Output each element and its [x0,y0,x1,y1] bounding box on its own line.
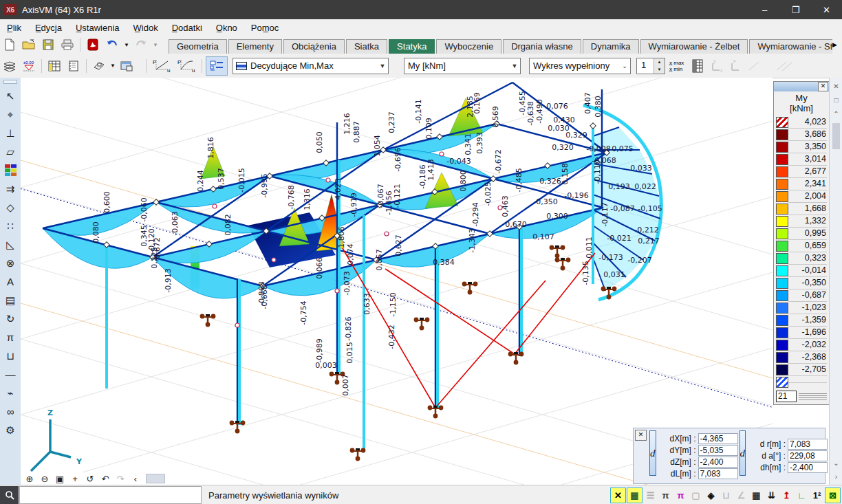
report-maker-icon[interactable] [65,58,83,74]
legend-levels-count[interactable]: 21 [776,391,797,402]
dock-scroll-up-icon[interactable]: ⌃ [832,109,841,119]
layers-icon[interactable]: ▤ [1,291,19,309]
menu-item-widok[interactable]: W̲idok [127,21,165,35]
open-file-icon[interactable] [20,37,38,52]
search-input[interactable] [19,486,202,504]
render-icon[interactable]: ⌁ [1,384,19,402]
menu-item-dodatki[interactable]: D̲odatki [165,21,209,35]
menu-item-okno[interactable]: O̲kno [209,21,244,35]
axes-xy-icon[interactable]: ∟ [795,488,809,503]
coord-value[interactable]: 7,083 [788,439,828,450]
coord-value[interactable]: -5,035 [698,445,738,456]
linear-analysis-icon[interactable]: Pu [150,58,173,74]
delete-mode-icon[interactable]: ✕ [610,487,626,503]
arrows-down-icon[interactable]: ⇊ [764,488,779,503]
step-line-icon[interactable]: ⊔ [1,347,19,365]
parts-palette-icon[interactable] [1,161,19,179]
menu-item-pomoc[interactable]: Pom̲oc [244,21,285,35]
section-spinner[interactable]: 1 ▲ ▼ [636,58,665,74]
result-table-icon[interactable] [689,58,706,74]
coord-close-icon[interactable]: ✕ [635,430,647,441]
undo-dropdown-icon[interactable]: ▼ [122,37,131,52]
display-mode-combo[interactable]: Wykres wypełniony ⌄ [529,58,631,74]
views-axes-icon[interactable]: ⊥ [1,124,19,142]
nonlinear-analysis-icon[interactable]: Pu [175,58,198,74]
step-function-icon[interactable]: ⊔ [719,488,733,503]
redo-icon[interactable] [132,37,150,52]
tab-elementy[interactable]: Elementy [228,39,282,54]
new-file-icon[interactable] [1,37,19,52]
maximize-button[interactable]: ❐ [780,0,811,19]
view-toolbar-grip[interactable] [146,474,165,483]
menu-item-plik[interactable]: P̲lik [0,21,28,35]
redo-dropdown-icon[interactable]: ▼ [151,37,160,52]
toolbar-grip[interactable] [3,80,17,84]
window-lock-icon[interactable] [118,58,136,74]
pdf-export-icon[interactable] [84,37,102,52]
disabled-tool-icon[interactable]: — [1,365,19,384]
view-undo-icon[interactable]: ↶ [98,474,113,484]
view-redo-icon[interactable]: ↷ [113,474,128,484]
detail-icon[interactable]: ◺ [1,235,19,254]
dock-scroll-right-icon[interactable]: › [832,472,841,482]
library-dropdown-icon[interactable]: ▼ [109,58,116,74]
tab-wymiarowanie-elbet[interactable]: Wymiarowanie - Żelbet [640,39,748,54]
tab-statyka[interactable]: Statyka [389,39,435,54]
component-combo-arrow[interactable]: ▼ [509,63,520,69]
dock-scroll-down-icon[interactable]: ⌄ [832,459,841,468]
workbench-active-icon[interactable]: π [673,488,688,503]
material-library-icon[interactable] [90,58,108,74]
tab-drgania-w-asne[interactable]: Drgania własne [503,39,581,54]
save-icon[interactable] [39,37,57,52]
close-button[interactable]: ✕ [811,0,842,19]
exponent-format-icon[interactable]: 1² [810,488,824,503]
dock-float-icon[interactable]: □ [832,96,841,105]
tab-siatka[interactable]: Siatka [346,39,387,54]
layers-stack-icon[interactable] [1,58,19,74]
search-button[interactable] [0,486,19,504]
tab-wyboczenie[interactable]: Wyboczenie [436,39,501,54]
text-label-icon[interactable]: A [1,272,19,291]
workplanes-icon[interactable]: ▱ [1,142,19,161]
coord-value[interactable]: 7,083 [698,468,738,479]
zoom-tool-icon[interactable]: ⌖ [1,105,19,124]
coord-value[interactable]: -2,400 [698,457,738,468]
zoom-in-icon[interactable]: ⊕ [22,474,37,484]
model-canvas[interactable]: 0,6000,0800,345-0,120-0,060-0,063-0,6720… [21,78,773,485]
legend-close-icon[interactable]: ✕ [818,82,828,91]
geometry-diamond-icon[interactable]: ◈ [704,488,718,503]
glasses-icon[interactable]: ∞ [1,402,19,421]
dock-close-icon[interactable]: ✕ [832,82,841,91]
menu-item-ustawienia[interactable]: U̲stawienia [69,21,127,35]
dock-scroll-thumb[interactable] [832,123,840,149]
minimize-button[interactable]: – [749,0,780,19]
legend-title-bar[interactable]: ✕ [774,82,829,91]
transform-icon[interactable]: ◇ [1,198,19,217]
translate-icon[interactable]: ⇉ [1,179,19,198]
reaction-arrow-icon[interactable]: ↥ [779,488,794,503]
tab-dynamika[interactable]: Dynamika [583,39,639,54]
undo-icon[interactable] [103,37,121,52]
component-combo[interactable]: My [kNm] ▼ [404,58,521,74]
tab-obci-enia[interactable]: Obciążenia [283,39,345,54]
grid-cursor-icon[interactable]: ▦ [627,487,643,503]
selection-tool-icon[interactable]: ↖ [1,87,19,105]
node-snap-icon[interactable]: ∷ [1,217,19,235]
collapse-icon[interactable]: ‹ [128,474,143,484]
pan-icon[interactable]: + [67,474,83,484]
rotate-order-icon[interactable]: ↻ [1,309,19,328]
delta-button-2[interactable]: d [740,430,746,476]
workbench-icon[interactable]: π [658,488,673,503]
zoom-out-icon[interactable]: ⊖ [37,474,52,484]
table-rows-icon[interactable]: ☰ [643,488,658,503]
coord-value[interactable]: 229,08 [788,450,828,461]
tab-wymiarowanie-stal[interactable]: Wymiarowanie - Stal [749,39,832,54]
workbench-icon[interactable]: π [1,328,19,347]
spinner-up-icon[interactable]: ▲ [654,58,665,66]
level-icon[interactable]: ±0.00 [20,58,38,74]
display-mode-combo-arrow[interactable]: ⌄ [619,63,630,69]
display-parameters-icon[interactable] [206,56,228,76]
rotate-view-icon[interactable]: ↺ [83,474,98,484]
local-axes-icon[interactable]: ∠ [734,488,748,503]
envelope-combo[interactable]: Decydujące Min,Max ▼ [233,58,389,74]
